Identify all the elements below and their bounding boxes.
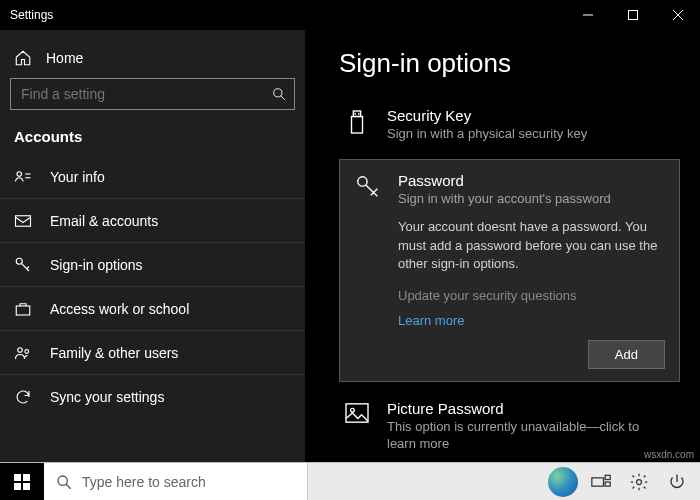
card-body: Password Sign in with your account's pas… [398, 172, 665, 369]
svg-rect-14 [353, 111, 360, 117]
start-button[interactable] [0, 463, 44, 501]
svg-rect-15 [352, 117, 363, 134]
content-area: Home Accounts Your info Email & accounts [0, 30, 700, 462]
nav-label: Email & accounts [50, 213, 158, 229]
option-password[interactable]: Password Sign in with your account's pas… [339, 159, 680, 382]
key-icon [354, 172, 382, 369]
option-security-key[interactable]: Security Key Sign in with a physical sec… [339, 97, 680, 155]
home-label: Home [46, 50, 83, 66]
key-icon [14, 256, 32, 274]
mail-icon [14, 212, 32, 230]
card-body: Security Key Sign in with a physical sec… [387, 107, 668, 143]
page-title: Sign-in options [339, 48, 680, 79]
taskbar-right [546, 463, 700, 501]
learn-more-link[interactable]: Learn more [398, 313, 665, 328]
update-questions-link[interactable]: Update your security questions [398, 288, 665, 303]
svg-point-30 [637, 479, 642, 484]
add-button[interactable]: Add [588, 340, 665, 369]
usb-key-icon [343, 107, 371, 143]
card-title: Picture Password [387, 400, 668, 417]
svg-rect-11 [16, 306, 30, 315]
svg-point-6 [17, 171, 22, 176]
picture-icon [343, 400, 371, 453]
svg-point-4 [274, 89, 282, 97]
windows-icon [14, 474, 30, 490]
svg-point-12 [18, 347, 23, 352]
card-title: Security Key [387, 107, 668, 124]
settings-window: Settings Home Accounts Your i [0, 0, 700, 462]
svg-rect-28 [605, 475, 610, 479]
svg-rect-27 [592, 477, 604, 485]
svg-rect-22 [23, 474, 30, 481]
svg-rect-29 [605, 482, 610, 486]
edge-icon[interactable] [546, 463, 580, 501]
taskbar: Type here to search [0, 462, 700, 500]
window-title: Settings [10, 8, 565, 22]
svg-point-10 [16, 258, 22, 264]
taskbar-search-placeholder: Type here to search [82, 474, 206, 490]
category-header: Accounts [0, 120, 305, 155]
search-icon [56, 474, 72, 490]
svg-rect-1 [628, 11, 637, 20]
home-icon [14, 49, 32, 67]
card-body: Picture Password This option is currentl… [387, 400, 668, 453]
nav-your-info[interactable]: Your info [0, 155, 305, 199]
search-input[interactable] [21, 86, 272, 102]
nav-sync-settings[interactable]: Sync your settings [0, 375, 305, 419]
svg-point-20 [351, 409, 355, 413]
sync-icon [14, 388, 32, 406]
watermark: wsxdn.com [644, 449, 694, 460]
briefcase-icon [14, 300, 32, 318]
card-title: Password [398, 172, 665, 189]
home-button[interactable]: Home [0, 38, 305, 78]
svg-point-25 [58, 476, 67, 485]
card-message: Your account doesnt have a password. You… [398, 218, 665, 275]
nav-access-work-school[interactable]: Access work or school [0, 287, 305, 331]
svg-rect-9 [16, 215, 31, 226]
nav-sign-in-options[interactable]: Sign-in options [0, 243, 305, 287]
svg-rect-19 [346, 404, 368, 422]
nav-label: Access work or school [50, 301, 189, 317]
nav-list: Your info Email & accounts Sign-in optio… [0, 155, 305, 419]
nav-email-accounts[interactable]: Email & accounts [0, 199, 305, 243]
titlebar: Settings [0, 0, 700, 30]
close-button[interactable] [655, 0, 700, 30]
card-sub: Sign in with a physical security key [387, 126, 668, 143]
person-card-icon [14, 168, 32, 186]
search-wrap [0, 78, 305, 120]
main-panel: Sign-in options Security Key Sign in wit… [305, 30, 700, 462]
power-icon[interactable] [660, 463, 694, 501]
card-sub: Sign in with your account's password [398, 191, 665, 208]
search-icon [272, 87, 286, 101]
svg-point-13 [25, 349, 29, 353]
nav-label: Family & other users [50, 345, 178, 361]
svg-point-18 [358, 177, 367, 186]
taskbar-search[interactable]: Type here to search [44, 463, 308, 501]
nav-family-users[interactable]: Family & other users [0, 331, 305, 375]
maximize-button[interactable] [610, 0, 655, 30]
svg-rect-23 [14, 483, 21, 490]
people-icon [14, 344, 32, 362]
sidebar: Home Accounts Your info Email & accounts [0, 30, 305, 462]
nav-label: Sign-in options [50, 257, 143, 273]
card-sub: This option is currently unavailable—cli… [387, 419, 668, 453]
search-box[interactable] [10, 78, 295, 110]
svg-line-5 [281, 96, 285, 100]
svg-line-26 [66, 484, 71, 489]
minimize-button[interactable] [565, 0, 610, 30]
svg-rect-24 [23, 483, 30, 490]
nav-label: Your info [50, 169, 105, 185]
option-picture-password[interactable]: Picture Password This option is currentl… [339, 390, 680, 462]
window-controls [565, 0, 700, 30]
svg-rect-21 [14, 474, 21, 481]
card-actions: Add [398, 340, 665, 369]
settings-icon[interactable] [622, 463, 656, 501]
task-view-icon[interactable] [584, 463, 618, 501]
nav-label: Sync your settings [50, 389, 164, 405]
